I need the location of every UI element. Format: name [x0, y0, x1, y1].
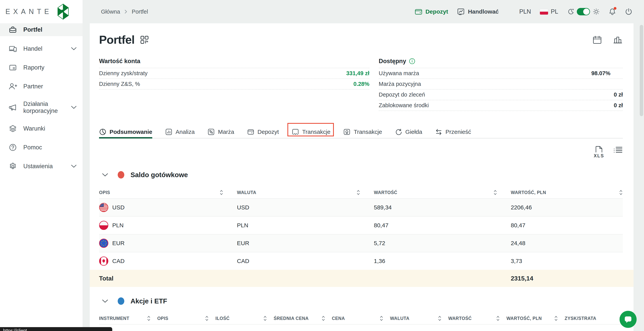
- tab-przeniesc[interactable]: Przenieść: [435, 126, 471, 138]
- column-header[interactable]: WARTOŚĆ, PLN: [511, 190, 623, 196]
- brand-name: EXANTE: [6, 8, 52, 16]
- usd-flag-icon: [99, 203, 108, 212]
- account-grid-icon[interactable]: [140, 35, 149, 44]
- theme-toggle[interactable]: [577, 8, 590, 15]
- row-value-pln: 2206,46: [511, 204, 623, 211]
- sort-icon: [496, 315, 500, 322]
- question-circle-icon: [8, 143, 17, 152]
- sort-icon: [356, 190, 360, 196]
- language-selector[interactable]: PL: [540, 8, 558, 15]
- column-header[interactable]: WALUTA: [390, 315, 448, 322]
- tab-analiza[interactable]: Analiza: [165, 126, 194, 138]
- bar-chart-icon[interactable]: [613, 35, 623, 44]
- summary-value: 0 zł: [614, 102, 623, 108]
- briefcase-icon: [8, 26, 17, 34]
- column-header[interactable]: WALUTA: [237, 190, 374, 196]
- wallet-icon: [415, 8, 422, 15]
- available-title: Dostępny: [379, 58, 406, 65]
- summary-label: Depozyt do zleceń: [379, 92, 425, 98]
- collapse-chevron-icon[interactable]: [102, 173, 108, 177]
- export-xls-button[interactable]: XLS: [594, 146, 604, 158]
- notification-badge: [614, 7, 616, 10]
- tab-label: Depozyt: [258, 128, 279, 135]
- analysis-icon: [165, 128, 172, 136]
- sidebar-item-handel[interactable]: Handel: [0, 39, 82, 58]
- sidebar-item-label: Portfel: [23, 26, 42, 33]
- column-header[interactable]: INSTRUMENT: [99, 315, 157, 322]
- brand-logo[interactable]: EXANTE: [0, 0, 82, 23]
- table-row-cad[interactable]: CAD CAD 1,36 3,73: [99, 252, 623, 270]
- pie-chart-icon: [99, 128, 106, 136]
- logout-button[interactable]: [625, 8, 632, 16]
- devices-icon: [8, 45, 17, 53]
- person-plus-icon: [8, 82, 17, 90]
- trade-button[interactable]: Handlować: [457, 8, 498, 15]
- column-header[interactable]: WARTOŚĆ: [374, 190, 511, 196]
- chat-button[interactable]: [620, 311, 636, 328]
- row-currency: CAD: [237, 258, 374, 264]
- total-label: Total: [99, 275, 114, 282]
- column-header[interactable]: ŚREDNIA CENA: [274, 315, 332, 322]
- sidebar-item-ustawienia[interactable]: Ustawienia: [0, 157, 82, 176]
- column-header[interactable]: WARTOŚĆ: [448, 315, 506, 322]
- report-icon: [8, 64, 17, 72]
- tab-depozyt[interactable]: Depozyt: [247, 126, 279, 138]
- column-header[interactable]: CENA: [332, 315, 390, 322]
- row-value-pln: 80,47: [511, 222, 623, 229]
- row-value: 1,36: [374, 258, 511, 264]
- sidebar-item-dzialania-korporacyjne[interactable]: Działania korporacyjne: [0, 96, 82, 119]
- sidebar-item-partner[interactable]: Partner: [0, 77, 82, 96]
- page-scrollbar[interactable]: [639, 0, 644, 331]
- sidebar-item-warunki[interactable]: Warunki: [0, 119, 82, 138]
- table-row-usd[interactable]: USD USD 589,34 2206,46: [99, 198, 623, 216]
- row-description: PLN: [112, 222, 124, 229]
- info-icon[interactable]: [409, 58, 416, 64]
- column-header[interactable]: OPIS: [99, 190, 237, 196]
- scrollbar-thumb[interactable]: [640, 25, 643, 116]
- notifications-button[interactable]: [609, 8, 616, 16]
- sort-icon: [438, 315, 442, 322]
- collapse-chevron-icon[interactable]: [102, 299, 108, 303]
- tab-gielda[interactable]: Giełda: [395, 126, 422, 138]
- table-row-pln[interactable]: PLN PLN 80,47 80,47: [99, 216, 623, 234]
- moon-icon: [567, 8, 574, 15]
- trade-label: Handlować: [468, 8, 498, 15]
- tab-transakcje-2[interactable]: Transakcje: [343, 126, 382, 138]
- list-view-button[interactable]: [613, 146, 623, 154]
- currency-selector[interactable]: PLN: [519, 8, 531, 15]
- tab-transakcje[interactable]: Transakcje: [292, 126, 330, 138]
- sort-icon: [380, 315, 383, 322]
- link-preview-text: https://client…: [3, 328, 32, 331]
- column-header[interactable]: ZYSK/STRATA: [564, 315, 623, 322]
- tab-marza[interactable]: Marża: [208, 126, 234, 138]
- summary-row: Dzienny zysk/straty 331,49 zł: [99, 68, 370, 79]
- sidebar-item-label: Warunki: [23, 125, 45, 132]
- calendar-icon[interactable]: [592, 35, 602, 44]
- sidebar-item-label: Pomoc: [23, 144, 42, 151]
- available-block: Dostępny Używana marża 98.07% Marża pozy…: [379, 58, 623, 111]
- sort-icon: [619, 190, 623, 196]
- stocks-section-header: Akcje i ETF: [99, 295, 623, 308]
- sidebar-item-label: Ustawienia: [23, 163, 53, 170]
- breadcrumb-home[interactable]: Główna: [101, 8, 120, 15]
- theme-switcher: [567, 8, 600, 15]
- stocks-section-title: Akcje i ETF: [130, 297, 167, 305]
- deposit-button[interactable]: Depozyt: [415, 8, 448, 15]
- sidebar-item-raporty[interactable]: Raporty: [0, 58, 82, 77]
- summary-row: Używana marża 98.07%: [379, 68, 623, 79]
- column-header[interactable]: ILOŚĆ: [216, 315, 274, 322]
- summary-value: 0 zł: [614, 92, 623, 98]
- summary-label: Zablokowane środki: [379, 102, 429, 108]
- column-header[interactable]: WARTOŚĆ, PLN: [506, 315, 565, 322]
- tab-podsumowanie[interactable]: Podsumowanie: [99, 126, 152, 138]
- table-tools: XLS: [99, 146, 623, 161]
- stocks-dot-icon: [118, 298, 124, 305]
- total-value: 2315,14: [511, 275, 623, 282]
- sidebar-item-pomoc[interactable]: Pomoc: [0, 138, 82, 157]
- column-header[interactable]: OPIS: [157, 315, 216, 322]
- cash-dot-icon: [118, 171, 124, 178]
- sidebar-item-portfel[interactable]: Portfel: [0, 23, 82, 36]
- table-row-eur[interactable]: EUR EUR 5,72 24,48: [99, 234, 623, 252]
- summary-label: Marża pozycyjna: [379, 81, 421, 87]
- cash-section-header: Saldo gotówkowe: [99, 168, 623, 181]
